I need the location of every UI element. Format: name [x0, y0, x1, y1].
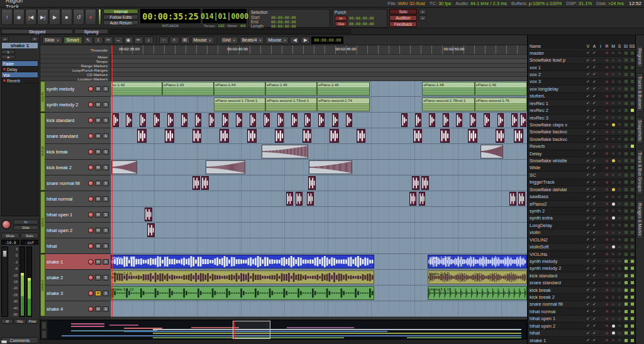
solo-safe-indicator[interactable]: [629, 231, 635, 234]
solo-indicator[interactable]: [616, 339, 623, 341]
solo-safe-indicator[interactable]: [629, 102, 635, 105]
mute-indicator[interactable]: [610, 123, 616, 126]
region[interactable]: ePiano second-1.76: [475, 97, 527, 111]
track-solo-button[interactable]: S: [103, 180, 109, 186]
punch-out-clock[interactable]: 00:00:00:00: [349, 21, 374, 26]
rec-indicator[interactable]: [604, 131, 610, 133]
solo-isolate-indicator[interactable]: [623, 317, 629, 320]
region[interactable]: ePiano-1.43: [162, 82, 214, 96]
mute-indicator[interactable]: [610, 339, 616, 341]
solo-safe-indicator[interactable]: [629, 296, 635, 299]
mute-indicator[interactable]: [610, 231, 616, 234]
route-row-vox-1[interactable]: vox 1✓✓: [528, 64, 635, 71]
active-checkbox[interactable]: ✓: [591, 101, 597, 106]
solo-isolate-indicator[interactable]: [623, 238, 629, 241]
solo-safe-indicator[interactable]: [629, 260, 635, 263]
route-row-violinsoft[interactable]: violinSoft✓✓: [528, 243, 635, 250]
rec-indicator[interactable]: [604, 209, 610, 212]
strip-track-name[interactable]: shake 1: [1, 42, 38, 49]
track-solo-button[interactable]: S: [103, 259, 109, 265]
loop-button[interactable]: ↺: [73, 9, 84, 25]
track-solo-button[interactable]: S: [103, 228, 109, 233]
track-mute-button[interactable]: M: [95, 228, 101, 233]
route-row-master[interactable]: master✓✓: [528, 50, 635, 57]
active-checkbox[interactable]: ✓: [591, 194, 597, 199]
solo-isolate-indicator[interactable]: [623, 209, 629, 213]
route-row-reverb[interactable]: Reverb✓✓: [528, 143, 635, 150]
mute-indicator[interactable]: [610, 318, 616, 320]
punch-out-button[interactable]: Out: [335, 21, 347, 26]
visible-checkbox[interactable]: ✓: [585, 122, 591, 127]
mute-indicator[interactable]: [610, 95, 616, 97]
solo-isolate-indicator[interactable]: [623, 138, 629, 141]
feedback-button[interactable]: Feedback: [389, 21, 417, 27]
ruler-lane-tempo[interactable]: [111, 59, 527, 64]
rec-indicator[interactable]: [604, 253, 610, 255]
play-button[interactable]: ▶: [49, 9, 60, 25]
solo-indicator[interactable]: [616, 52, 623, 54]
snap-mode-dropdown[interactable]: Grid▼: [220, 36, 238, 44]
solo-isolate-indicator[interactable]: [623, 180, 629, 184]
visible-checkbox[interactable]: ✓: [585, 302, 591, 307]
track-solo-button[interactable]: S: [103, 275, 109, 280]
region[interactable]: [181, 113, 187, 127]
record-enable-button[interactable]: [88, 212, 94, 218]
mute-indicator[interactable]: [610, 181, 616, 184]
region[interactable]: [346, 113, 352, 127]
active-checkbox[interactable]: ✓: [591, 245, 597, 250]
active-checkbox[interactable]: ✓: [591, 122, 597, 127]
visible-checkbox[interactable]: ✓: [585, 58, 591, 63]
error-log-button[interactable]: !: [1, 9, 13, 25]
region[interactable]: ePiano-1.48: [422, 82, 474, 96]
tab-tracks-busses[interactable]: Tracks & Busses: [636, 73, 643, 112]
track-mute-button[interactable]: M: [95, 133, 101, 139]
active-checkbox[interactable]: ✓: [591, 230, 597, 235]
visible-checkbox[interactable]: ✓: [585, 144, 591, 149]
track-group-drums[interactable]: drums: [40, 113, 45, 191]
solo-isolate-indicator[interactable]: [623, 289, 629, 292]
track-solo-button[interactable]: S: [103, 212, 109, 218]
solo-indicator[interactable]: [616, 325, 623, 327]
route-row-wide[interactable]: Wide✓✓: [528, 165, 635, 172]
region[interactable]: [440, 129, 450, 143]
track-lane-shake-1[interactable]: shake 1-1.17shake 1-1.17: [111, 254, 527, 270]
edit-mode-dropdown[interactable]: Slide▼: [42, 36, 62, 44]
mute-indicator[interactable]: [610, 102, 616, 104]
track-mute-button[interactable]: M: [95, 196, 101, 202]
region[interactable]: [514, 129, 523, 143]
solo-safe-indicator[interactable]: [629, 159, 635, 162]
solo-indicator[interactable]: [616, 196, 623, 198]
route-row-sawbass[interactable]: sawBass✓✓: [528, 193, 635, 200]
record-enable-button[interactable]: [88, 165, 94, 170]
region[interactable]: no-1.42: [111, 82, 162, 96]
mute-indicator[interactable]: [610, 331, 616, 335]
solo-indicator[interactable]: [616, 131, 623, 133]
solo-safe-indicator[interactable]: [629, 209, 635, 213]
rec-indicator[interactable]: [604, 246, 610, 248]
solo-safe-indicator[interactable]: [629, 339, 635, 342]
visible-checkbox[interactable]: ✓: [585, 252, 591, 257]
active-checkbox[interactable]: ✓: [591, 216, 597, 221]
rec-indicator[interactable]: [604, 123, 610, 126]
processor-fader[interactable]: Fader: [2, 61, 38, 67]
region[interactable]: [318, 113, 325, 127]
mute-indicator[interactable]: [610, 73, 616, 75]
region[interactable]: [247, 129, 257, 143]
region[interactable]: [167, 113, 174, 127]
track-lane-synth-melody-2[interactable]: ePiano second-1.73md-1ePiano second-1.73…: [111, 97, 527, 113]
active-checkbox[interactable]: ✓: [591, 309, 597, 314]
rec-indicator[interactable]: [604, 80, 610, 83]
region[interactable]: [412, 176, 419, 190]
region[interactable]: [330, 129, 339, 143]
solo-indicator[interactable]: [616, 282, 623, 284]
route-row-snowflake-backvc[interactable]: Snowflake backvc✓✓: [528, 136, 635, 143]
solo-isolate-indicator[interactable]: [623, 274, 629, 277]
region[interactable]: [511, 113, 518, 127]
solo-indicator[interactable]: [616, 260, 623, 262]
route-row-hihat[interactable]: hihat✓✓: [528, 330, 635, 336]
punch-in-button[interactable]: In: [335, 16, 347, 21]
processor-vox[interactable]: Vox: [2, 72, 38, 78]
rec-indicator[interactable]: [604, 174, 610, 176]
track-header-hihat-open-1[interactable]: hihat open 1MS: [40, 207, 111, 223]
region[interactable]: ePiano second-1.74: [317, 97, 369, 111]
